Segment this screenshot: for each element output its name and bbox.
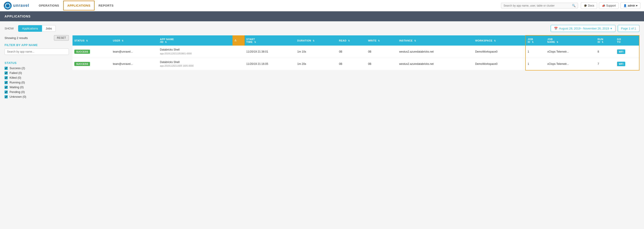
col-job-id[interactable]: JOBID ⇅ (526, 35, 546, 46)
sort-arrows-runid: ⇅ (602, 41, 604, 43)
cell-instance-1: westus2.azuredatabricks.net (398, 46, 473, 58)
nav-links: OPERATIONS APPLICATIONS REPORTS (35, 1, 501, 11)
calendar-icon: 📅 (554, 27, 558, 30)
col-app-name[interactable]: APP NAME/ID ⇅ (158, 35, 232, 46)
cell-runid-2: 7 (596, 58, 615, 70)
search-icon: 🔍 (572, 4, 576, 7)
cell-goto-1[interactable]: WFI (615, 46, 639, 58)
col-duration[interactable]: DURATION ⇅ (296, 35, 337, 46)
nav-applications[interactable]: APPLICATIONS (63, 1, 94, 11)
search-bar[interactable]: 🔍 (501, 3, 578, 9)
tab-jobs[interactable]: Jobs (42, 25, 56, 32)
filter-app-name-title: FILTER BY APP NAME (4, 43, 69, 47)
brand-name: unravel (13, 3, 29, 8)
status-waiting-checkbox[interactable] (4, 86, 8, 89)
cell-appname-1: Databricks Shell app-20191120211053801-0… (158, 46, 232, 58)
main-area: Showing 2 results RESET FILTER BY APP NA… (4, 35, 640, 102)
svg-point-2 (7, 3, 8, 5)
content-area: SHOW Applications Jobs 📅 August 28, 2019… (0, 21, 644, 106)
cell-warning-2 (232, 58, 244, 70)
status-failed-checkbox[interactable] (4, 71, 8, 75)
cell-goto-2[interactable]: WFI (615, 58, 639, 70)
status-success-label: Success (2) (10, 66, 25, 70)
support-icon: 📣 (602, 4, 605, 7)
nav-reports[interactable]: REPORTS (94, 1, 118, 11)
status-pending-label: Pending (0) (10, 90, 25, 94)
cell-jobname-2: xClops Telemetr... (546, 58, 596, 70)
right-controls: 📅 August 28, 2019 - November 26, 2019 ▾ … (551, 25, 640, 32)
date-range-button[interactable]: 📅 August 28, 2019 - November 26, 2019 ▾ (551, 25, 615, 32)
status-pending-checkbox[interactable] (4, 90, 8, 94)
status-success-checkbox[interactable] (4, 67, 8, 70)
cell-jobid-1: 1 (526, 46, 546, 58)
filter-status-title: STATUS (4, 61, 69, 65)
status-waiting-item: Waiting (0) (4, 86, 69, 89)
status-unknown-checkbox[interactable] (4, 95, 8, 98)
status-running-label: Running (0) (10, 81, 25, 84)
filter-app-name-input[interactable] (4, 49, 69, 55)
show-tabs: Applications Jobs (18, 25, 56, 32)
col-warning: ⚠ (232, 35, 244, 46)
col-run-id[interactable]: RUNID ⇅ (596, 35, 615, 46)
cell-read-2: 0B (337, 58, 366, 70)
brand: unravel (4, 2, 29, 10)
sort-arrows-status: ⇅ (86, 40, 88, 42)
filter-app-name-section: FILTER BY APP NAME (4, 43, 69, 58)
sort-arrows-write: ⇅ (378, 40, 380, 42)
status-killed-checkbox[interactable] (4, 76, 8, 79)
wfi-button-2[interactable]: WFI (617, 62, 625, 66)
status-badge-2: SUCCESS (74, 62, 90, 66)
brand-logo-icon (4, 2, 12, 10)
support-button[interactable]: 📣 Support (599, 3, 618, 9)
search-input[interactable] (504, 4, 572, 7)
col-job-name[interactable]: JOBNAME ⇅ (546, 35, 596, 46)
nav-operations[interactable]: OPERATIONS (35, 1, 63, 11)
cell-user-1: team@unravel... (111, 46, 158, 58)
cell-duration-1: 1m 10s (296, 46, 337, 58)
col-status[interactable]: STATUS ⇅ (72, 35, 111, 46)
docs-button[interactable]: 🎓 Docs (581, 3, 597, 9)
reset-button[interactable]: RESET (54, 35, 69, 41)
cell-jobname-1: xClops Telemetr... (546, 46, 596, 58)
sort-arrows-read: ⇅ (348, 40, 350, 42)
table-header-row: STATUS ⇅ USER ⇅ APP NAME/ID ⇅ ⚠ STARTTIM… (72, 35, 639, 46)
user-menu-button[interactable]: 👤 admin ▾ (620, 3, 640, 9)
status-running-checkbox[interactable] (4, 81, 8, 84)
sort-arrows-user: ⇅ (122, 40, 124, 42)
status-unknown-item: Unknown (0) (4, 95, 69, 98)
page-info: Page 1 of 1 (618, 25, 640, 32)
status-running-item: Running (0) (4, 81, 69, 84)
cell-duration-2: 1m 20s (296, 58, 337, 70)
status-killed-label: Killed (0) (10, 76, 21, 79)
navbar: unravel OPERATIONS APPLICATIONS REPORTS … (0, 0, 644, 11)
table-area: STATUS ⇅ USER ⇅ APP NAME/ID ⇅ ⚠ STARTTIM… (72, 35, 640, 102)
status-failed-label: Failed (0) (10, 71, 22, 75)
tab-applications[interactable]: Applications (18, 25, 42, 32)
page-header: APPLICATIONS (0, 11, 644, 21)
cell-write-1: 0B (366, 46, 398, 58)
svg-point-4 (9, 6, 11, 8)
col-user[interactable]: USER ⇅ (111, 35, 158, 46)
cell-status-1: SUCCESS (72, 46, 111, 58)
status-killed-item: Killed (0) (4, 76, 69, 79)
cell-starttime-1: 11/20/19 21:38:01 (244, 46, 296, 58)
docs-icon: 🎓 (584, 4, 587, 7)
table-row: SUCCESS team@unravel... Databricks Shell… (72, 58, 639, 70)
col-go-to: GOTO (615, 35, 639, 46)
col-write[interactable]: WRITE ⇅ (366, 35, 398, 46)
col-workspace[interactable]: WORKSPACE ⇅ (473, 35, 526, 46)
cell-appname-2: Databricks Shell app-20191120211605 1605… (158, 58, 232, 70)
col-instance[interactable]: INSTANCE ⇅ (398, 35, 473, 46)
cell-instance-2: westus2.azuredatabricks.net (398, 58, 473, 70)
status-pending-item: Pending (0) (4, 90, 69, 94)
col-start-time[interactable]: STARTTIME ⇅ (244, 35, 296, 46)
results-bar: Showing 2 results RESET (4, 35, 69, 41)
sort-arrows-starttime: ⇅ (254, 41, 256, 43)
sort-arrows-duration: ⇅ (313, 40, 315, 42)
cell-user-2: team@unravel... (111, 58, 158, 70)
cell-starttime-2: 11/20/19 21:16:05 (244, 58, 296, 70)
chevron-down-icon: ▾ (636, 4, 638, 7)
col-read[interactable]: READ ⇅ (337, 35, 366, 46)
wfi-button-1[interactable]: WFI (617, 49, 625, 54)
svg-point-3 (5, 6, 6, 8)
